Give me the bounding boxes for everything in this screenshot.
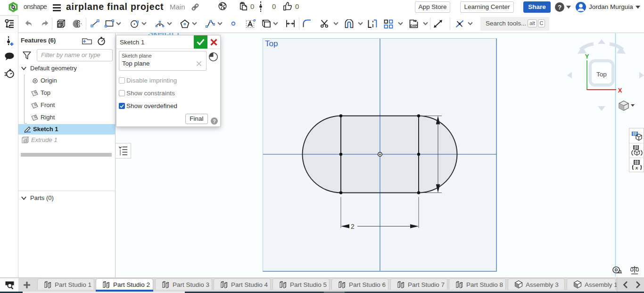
svg-text:DXF: DXF (410, 24, 417, 28)
svg-text:x: x (635, 165, 638, 170)
svg-text:Top: Top (596, 71, 607, 78)
svg-text:?: ? (213, 118, 215, 124)
svg-text:X: X (618, 87, 622, 94)
svg-text:?: ? (558, 4, 561, 11)
svg-text:2: 2 (351, 223, 355, 230)
svg-text:Y: Y (585, 53, 589, 60)
